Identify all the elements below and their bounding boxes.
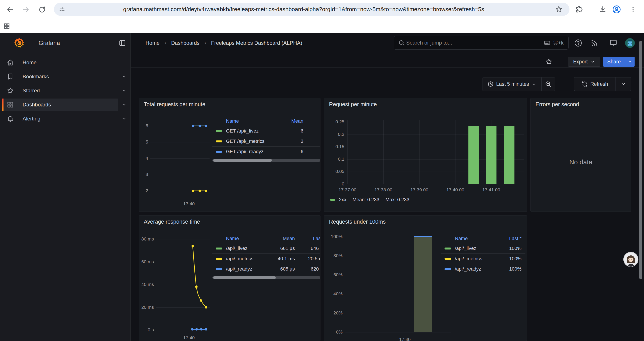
legend-scrollbar-thumb[interactable] [213,276,276,279]
breadcrumb-home[interactable]: Home [146,40,160,46]
legend-header-mean[interactable]: Mean [275,236,295,241]
y-axis-label: 60% [324,272,342,277]
chevron-down-icon[interactable] [122,116,127,121]
legend-series-name[interactable]: GET /api/_readyz [212,149,280,154]
help-icon[interactable] [574,39,582,47]
x-axis-label: 17:40:00 [440,187,470,192]
extensions-icon[interactable] [575,5,583,13]
gridline [348,159,524,160]
back-icon[interactable] [6,6,14,14]
share-menu-button[interactable] [625,57,634,67]
series-color-swatch [444,258,451,260]
legend-header-last[interactable]: Last * [298,236,320,241]
legend-row[interactable]: /api/_livez661 µs646 µs [212,243,320,254]
x-axis-label: 17:38:00 [368,187,399,192]
gridline [346,275,451,275]
legend-header-name[interactable]: Name [212,236,272,241]
legend-series-name[interactable]: /api/_metrics [212,256,272,261]
share-button[interactable]: Share [603,57,625,67]
bookmark-star-icon[interactable] [555,6,562,13]
y-axis-label: 0.15 [324,144,344,149]
sidebar-toggle-icon[interactable] [118,39,126,47]
bar-2xx [468,126,479,184]
legend-scrollbar[interactable] [212,276,320,279]
page-scrollbar[interactable] [639,41,642,279]
legend-row[interactable]: /api/_metrics40.1 ms20.5 ms [212,254,320,264]
refresh-interval-button[interactable] [615,77,631,91]
panel-title[interactable]: Request per minute [329,101,377,108]
grid-icon [6,101,14,108]
grafana-logo[interactable] [14,37,25,49]
export-button[interactable]: Export [568,57,600,67]
legend-value: 20.5 ms [298,256,320,261]
legend-series-name[interactable]: /api/_readyz [441,266,495,272]
sidebar-item-dashboards[interactable]: Dashboards [0,99,131,111]
favorite-star-icon[interactable] [545,58,552,65]
monitor-icon[interactable] [609,39,618,47]
legend-row[interactable]: /api/_readyz100% [441,264,526,274]
legend-series-name[interactable]: /api/_readyz [212,266,272,272]
gridline [346,237,451,237]
apps-grid-icon[interactable] [3,23,10,30]
zoom-out-button[interactable] [542,77,555,91]
bell-icon [6,115,14,122]
download-icon[interactable] [599,5,607,13]
legend-series-name[interactable]: /api/_metrics [441,256,495,261]
legend-scrollbar-thumb[interactable] [213,159,272,162]
legend-row[interactable]: GET /api/_livez6 [212,126,320,136]
sidebar-item-home[interactable]: Home [0,56,131,69]
gridline [348,120,348,184]
refresh-button[interactable]: Refresh [574,77,616,91]
forward-icon[interactable] [22,6,30,14]
assistant-avatar[interactable] [623,252,638,267]
legend-row[interactable]: /api/_metrics100% [441,254,526,264]
legend-value: 100% [497,245,522,251]
panel-request-per-minute: Request per minute0.250.20.150.10.05017:… [324,98,527,212]
sidebar-item-starred[interactable]: Starred [0,85,131,97]
search-placeholder: Search or jump to... [406,36,452,49]
chevron-down-icon[interactable] [122,88,127,93]
gridline [348,147,524,147]
legend-header-name[interactable]: Name [441,236,495,241]
reload-icon[interactable] [38,6,46,14]
legend-row[interactable]: GET /api/_readyz6 [212,147,320,157]
search-input[interactable]: Search or jump to... ⌘+k [394,36,568,50]
series-color-swatch [216,140,222,142]
gridline [348,135,524,135]
legend-header-mean[interactable]: Mean [283,118,303,124]
sidebar-item-bookmarks[interactable]: Bookmarks [0,71,131,83]
legend-header-name[interactable]: Name [212,118,280,124]
legend-row[interactable]: /api/_readyz605 µs620 µs [212,264,320,274]
sidebar-item-alerting[interactable]: Alerting [0,113,131,125]
user-avatar[interactable] [625,38,635,48]
panel-title[interactable]: Errors per second [536,101,579,108]
sidebar-active-highlight [2,99,118,111]
y-axis-label: 0.1 [324,156,344,162]
legend-row[interactable]: /api/_livez100% [441,243,526,254]
url-bar[interactable]: grafana.mathmast.com/d/deytv4rwavabkb/fr… [54,3,570,16]
chevron-down-icon[interactable] [122,102,127,107]
legend-series-name[interactable]: /api/_livez [441,245,495,251]
menu-kebab-icon[interactable] [630,6,636,13]
legend-row[interactable]: GET /api/_metrics2 [212,136,320,147]
legend-scrollbar[interactable] [212,159,320,162]
y-axis-label: 0 [324,181,344,187]
time-range-picker[interactable]: Last 5 minutes [482,77,542,91]
legend-value: 100% [497,266,522,272]
breadcrumb-separator: › [164,40,166,46]
legend-header-last[interactable]: Last * [497,236,522,241]
breadcrumb-dashboards[interactable]: Dashboards [171,40,200,46]
profile-icon[interactable] [612,5,621,14]
tune-icon[interactable] [59,6,65,13]
legend-value: 620 µs [298,266,320,272]
legend-series-name[interactable]: GET /api/_livez [212,128,280,134]
rss-icon[interactable] [590,39,599,47]
chevron-down-icon[interactable] [122,74,127,79]
inline-legend[interactable]: 2xxMean: 0.233Max: 0.233 [330,196,409,203]
legend-series-name[interactable]: GET /api/_metrics [212,138,280,144]
no-data-message: No data [531,158,631,166]
legend-series-name[interactable]: /api/_livez [212,245,272,251]
legend-series-name: 2xx [339,197,346,203]
panel-title[interactable]: Requests under 100ms [329,219,386,225]
breadcrumb-separator: › [204,40,206,46]
